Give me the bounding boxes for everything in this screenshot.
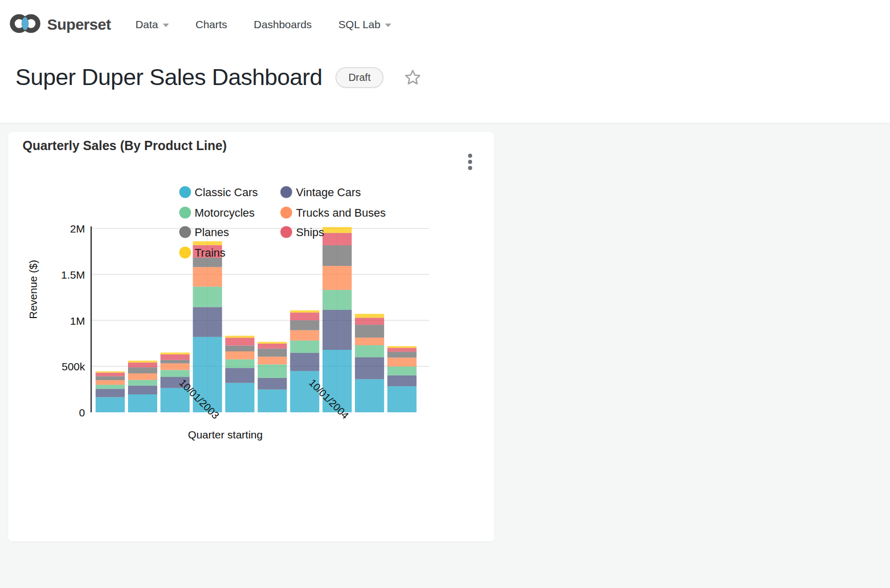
bar-segment-motorcycles[interactable] <box>96 385 125 389</box>
bar-segment-trains[interactable] <box>160 352 189 354</box>
top-nav: Superset DataChartsDashboardsSQL Lab <box>0 0 890 49</box>
nav-item-data[interactable]: Data <box>135 18 168 31</box>
legend-swatch-vintage-cars[interactable] <box>281 186 292 198</box>
bar-segment-vintage-cars[interactable] <box>128 386 157 394</box>
legend-label-classic-cars[interactable]: Classic Cars <box>195 186 258 199</box>
bar-segment-trucks-and-buses[interactable] <box>193 267 222 286</box>
nav-item-label: Dashboards <box>254 18 312 31</box>
nav-item-label: SQL Lab <box>338 18 380 31</box>
chevron-down-icon <box>385 24 391 27</box>
chart-title: Quarterly Sales (By Product Line) <box>23 138 227 153</box>
chart-options-kebab-icon[interactable] <box>462 150 478 174</box>
bar-segment-planes[interactable] <box>258 349 287 357</box>
bar-segment-trucks-and-buses[interactable] <box>128 373 157 380</box>
bar-segment-ships[interactable] <box>128 363 157 368</box>
bar-segment-trucks-and-buses[interactable] <box>387 358 416 366</box>
bar-segment-trucks-and-buses[interactable] <box>96 380 125 385</box>
bar-segment-classic-cars[interactable] <box>387 386 416 412</box>
nav-item-charts[interactable]: Charts <box>196 18 227 31</box>
bar-segment-ships[interactable] <box>258 344 287 349</box>
bar-segment-planes[interactable] <box>225 346 255 352</box>
chevron-down-icon <box>163 24 169 27</box>
bar-segment-ships[interactable] <box>387 348 416 351</box>
bar-segment-classic-cars[interactable] <box>225 383 255 412</box>
bar-segment-vintage-cars[interactable] <box>258 378 287 390</box>
bar-segment-planes[interactable] <box>355 325 384 338</box>
bar-segment-trucks-and-buses[interactable] <box>355 338 384 345</box>
legend-swatch-trains[interactable] <box>179 247 191 259</box>
kebab-dot <box>468 160 472 164</box>
bar-segment-motorcycles[interactable] <box>225 360 255 368</box>
bar-segment-planes[interactable] <box>96 376 125 381</box>
bar-segment-classic-cars[interactable] <box>96 397 125 412</box>
y-tick-label: 1.5M <box>61 269 85 281</box>
bar-segment-motorcycles[interactable] <box>323 290 352 310</box>
bar-segment-motorcycles[interactable] <box>193 287 222 307</box>
bar-segment-planes[interactable] <box>323 245 352 266</box>
legend-swatch-motorcycles[interactable] <box>179 207 191 219</box>
bar-segment-trucks-and-buses[interactable] <box>225 351 255 360</box>
bar-segment-ships[interactable] <box>96 373 125 376</box>
legend-label-motorcycles[interactable]: Motorcycles <box>195 206 255 219</box>
bar-segment-trains[interactable] <box>387 346 416 348</box>
status-badge: Draft <box>335 67 383 88</box>
bar-segment-trains[interactable] <box>128 361 157 363</box>
bar-segment-motorcycles[interactable] <box>290 341 320 353</box>
bar-segment-classic-cars[interactable] <box>355 379 384 412</box>
bar-segment-ships[interactable] <box>290 312 320 320</box>
bar-segment-ships[interactable] <box>225 338 255 345</box>
bar-segment-trains[interactable] <box>96 371 125 372</box>
bar-segment-vintage-cars[interactable] <box>225 368 255 383</box>
bar-segment-trucks-and-buses[interactable] <box>290 330 320 341</box>
bar-segment-ships[interactable] <box>355 318 384 325</box>
bar-segment-trains[interactable] <box>258 342 287 344</box>
nav-item-dashboards[interactable]: Dashboards <box>254 18 312 31</box>
legend-swatch-trucks-and-buses[interactable] <box>281 207 292 219</box>
bar-segment-trains[interactable] <box>225 336 255 338</box>
bar-segment-trucks-and-buses[interactable] <box>323 266 352 290</box>
bar-segment-planes[interactable] <box>290 320 320 330</box>
dashboard-header: Super Duper Sales Dashboard Draft <box>15 61 421 93</box>
legend-label-ships[interactable]: Ships <box>296 226 324 239</box>
bar-segment-vintage-cars[interactable] <box>387 375 416 386</box>
favorite-star-icon[interactable] <box>404 69 421 86</box>
bar-segment-planes[interactable] <box>387 352 416 358</box>
bar-segment-trucks-and-buses[interactable] <box>258 356 287 364</box>
bar-segment-vintage-cars[interactable] <box>290 353 320 371</box>
nav-item-sql-lab[interactable]: SQL Lab <box>338 18 391 31</box>
legend-label-trains[interactable]: Trains <box>195 246 225 259</box>
bar-segment-trains[interactable] <box>323 227 352 233</box>
bar-segment-vintage-cars[interactable] <box>193 307 222 337</box>
bar-segment-trains[interactable] <box>193 241 222 245</box>
legend-swatch-ships[interactable] <box>281 226 292 238</box>
bar-segment-planes[interactable] <box>128 367 157 373</box>
x-axis-title: Quarter starting <box>188 429 263 440</box>
bar-segment-trains[interactable] <box>355 314 384 318</box>
bar-segment-trucks-and-buses[interactable] <box>160 364 189 370</box>
legend-swatch-planes[interactable] <box>179 226 191 238</box>
legend-swatch-classic-cars[interactable] <box>179 186 191 198</box>
y-tick-label: 0 <box>79 407 85 418</box>
bar-segment-vintage-cars[interactable] <box>323 310 352 350</box>
bar-segment-motorcycles[interactable] <box>128 380 157 386</box>
legend-label-vintage-cars[interactable]: Vintage Cars <box>296 186 361 199</box>
bar-segment-vintage-cars[interactable] <box>355 357 384 379</box>
y-axis-title: Revenue ($) <box>27 260 39 319</box>
brand-name: Superset <box>47 16 111 33</box>
nav-item-label: Data <box>135 18 158 31</box>
bar-segment-motorcycles[interactable] <box>355 345 384 357</box>
bar-segment-classic-cars[interactable] <box>258 390 287 413</box>
bar-segment-ships[interactable] <box>160 354 189 360</box>
y-tick-label: 500k <box>61 361 85 372</box>
superset-logo-link[interactable]: Superset <box>8 10 111 39</box>
bar-segment-motorcycles[interactable] <box>258 365 287 378</box>
bar-segment-classic-cars[interactable] <box>128 394 157 412</box>
bar-segment-vintage-cars[interactable] <box>96 389 125 397</box>
bar-segment-ships[interactable] <box>323 233 352 245</box>
bar-segment-motorcycles[interactable] <box>387 366 416 375</box>
bar-segment-trains[interactable] <box>290 310 320 312</box>
bar-segment-motorcycles[interactable] <box>160 370 189 377</box>
legend-label-trucks-and-buses[interactable]: Trucks and Buses <box>296 206 386 219</box>
bar-segment-planes[interactable] <box>160 360 189 364</box>
legend-label-planes[interactable]: Planes <box>195 226 229 239</box>
